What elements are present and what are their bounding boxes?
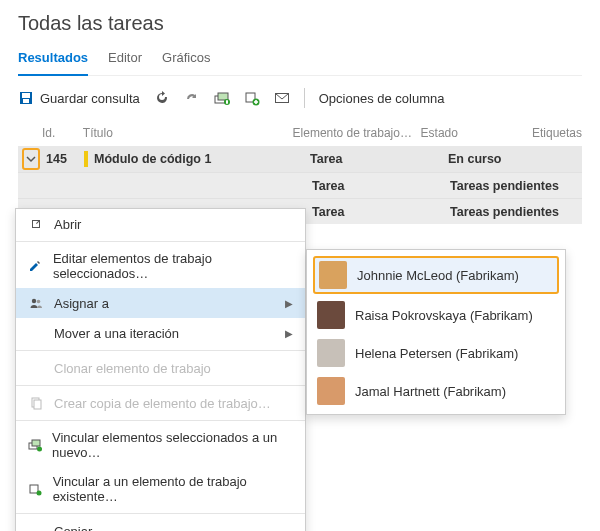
column-options-button[interactable]: Opciones de columna <box>319 91 445 106</box>
cell-state: Tareas pendientes <box>450 179 570 193</box>
cell-type: Tarea <box>312 179 450 193</box>
svg-rect-11 <box>254 101 258 103</box>
toolbar: Guardar consulta Opciones de columna <box>18 80 582 122</box>
refresh-icon[interactable] <box>154 90 170 106</box>
cell-type: Tarea <box>312 205 450 219</box>
column-headers: Id. Título Elemento de trabajo… Estado E… <box>18 122 582 146</box>
tabs: Resultados Editor Gráficos <box>18 45 582 76</box>
svg-rect-4 <box>218 93 228 100</box>
table-row[interactable]: 145 Módulo de código 1 Tarea En curso <box>18 146 582 172</box>
save-icon <box>18 90 34 106</box>
toolbar-separator <box>304 88 305 108</box>
context-menu: Abrir Editar elementos de trabajo selecc… <box>15 208 306 224</box>
cell-id: 145 <box>40 152 84 166</box>
col-tags[interactable]: Etiquetas <box>532 126 582 140</box>
table-row[interactable]: Tarea Tareas pendientes <box>18 172 582 198</box>
tab-results[interactable]: Resultados <box>18 45 88 76</box>
link-new-icon[interactable] <box>214 90 230 106</box>
col-type[interactable]: Elemento de trabajo… <box>293 126 421 140</box>
chevron-down-icon <box>26 154 36 164</box>
cell-state: En curso <box>448 152 568 166</box>
redo-icon[interactable] <box>184 90 200 106</box>
cell-state: Tareas pendientes <box>450 205 570 219</box>
col-state[interactable]: Estado <box>421 126 532 140</box>
tab-charts[interactable]: Gráficos <box>162 45 210 75</box>
menu-open[interactable]: Abrir <box>16 209 305 224</box>
type-color-bar <box>84 151 88 167</box>
cell-type: Tarea <box>310 152 448 166</box>
page-title: Todas las tareas <box>18 12 582 35</box>
save-query-label: Guardar consulta <box>40 91 140 106</box>
open-icon <box>28 216 44 224</box>
link-add-icon[interactable] <box>244 90 260 106</box>
cell-title: Módulo de código 1 <box>84 151 310 167</box>
row-dropdown-trigger[interactable] <box>22 148 40 170</box>
svg-rect-1 <box>22 93 30 98</box>
menu-open-label: Abrir <box>54 217 81 225</box>
svg-rect-7 <box>226 101 228 104</box>
svg-rect-2 <box>23 99 29 103</box>
tab-editor[interactable]: Editor <box>108 45 142 75</box>
col-id[interactable]: Id. <box>42 126 83 140</box>
col-title[interactable]: Título <box>83 126 293 140</box>
save-query-button[interactable]: Guardar consulta <box>18 90 140 106</box>
mail-icon[interactable] <box>274 90 290 106</box>
column-options-label: Opciones de columna <box>319 91 445 106</box>
